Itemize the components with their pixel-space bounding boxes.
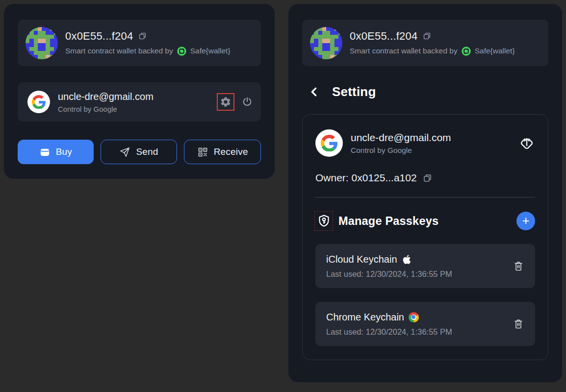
settings-card: uncle-dre@gmail.com Control by Google Ow… xyxy=(302,114,548,360)
passkey-item: Chrome KeychainLast used: 12/30/2024, 1:… xyxy=(315,302,535,346)
owner-address: Owner: 0x0125...a102 xyxy=(315,172,417,184)
trash-icon xyxy=(513,318,524,330)
wallet-app: 0x0E55...f204 Smart contract wallet back… xyxy=(0,0,566,392)
trash-icon xyxy=(513,260,524,272)
chevron-left-icon xyxy=(308,86,320,98)
receive-button[interactable]: Receive xyxy=(184,140,261,164)
buy-button[interactable]: Buy xyxy=(18,140,94,164)
wallet-info: 0x0E55...f204 Smart contract wallet back… xyxy=(65,30,231,56)
copy-icon xyxy=(138,31,147,41)
qr-code-icon xyxy=(197,147,208,158)
settings-button[interactable] xyxy=(220,96,232,108)
account-card: uncle-dre@gmail.com Control by Google xyxy=(18,82,261,122)
account-email: uncle-dre@gmail.com xyxy=(58,91,154,102)
safe-wallet-icon xyxy=(461,46,471,56)
passkey-name: iCloud Keychain xyxy=(326,254,452,265)
export-button[interactable] xyxy=(518,135,535,151)
power-icon xyxy=(241,96,253,108)
wallet-icon xyxy=(39,147,51,158)
passkey-info: iCloud KeychainLast used: 12/30/2024, 1:… xyxy=(326,254,452,279)
page-title: Setting xyxy=(332,84,376,99)
wallet-subtitle: Smart contract wallet backed by xyxy=(350,47,458,55)
google-icon xyxy=(27,91,50,113)
wallet-address-card: 0x0E55...f204 Smart contract wallet back… xyxy=(18,20,261,66)
wallet-subtitle: Smart contract wallet backed by xyxy=(65,47,173,55)
copy-address-button[interactable] xyxy=(138,31,147,41)
wallet-avatar xyxy=(26,27,58,59)
copy-address-button[interactable] xyxy=(422,31,432,41)
copy-owner-button[interactable] xyxy=(422,173,433,183)
wallet-actions: Buy Send Receiv xyxy=(18,140,261,164)
wallet-info: 0x0E55...f204 Smart contract wallet back… xyxy=(350,30,515,56)
account-provider: Control by Google xyxy=(58,105,154,113)
account-row: uncle-dre@gmail.com Control by Google xyxy=(315,129,535,157)
export-icon xyxy=(518,135,535,151)
account-email: uncle-dre@gmail.com xyxy=(351,132,451,144)
safe-wallet-icon xyxy=(177,46,187,56)
delete-passkey-button[interactable] xyxy=(513,318,524,330)
account-info: uncle-dre@gmail.com Control by Google xyxy=(58,91,154,113)
passkey-last-used: Last used: 12/30/2024, 1:36:55 PM xyxy=(326,327,452,337)
chrome-icon xyxy=(409,312,419,322)
passkey-info: Chrome KeychainLast used: 12/30/2024, 1:… xyxy=(326,312,452,337)
settings-panel: 0x0E55...f204 Smart contract wallet back… xyxy=(288,4,562,382)
passkey-item: iCloud KeychainLast used: 12/30/2024, 1:… xyxy=(315,244,535,288)
passkeys-header: Manage Passkeys + xyxy=(315,212,535,230)
wallet-backed-by-brand: Safe{wallet} xyxy=(475,47,515,55)
wallet-home-panel: 0x0E55...f204 Smart contract wallet back… xyxy=(4,4,275,179)
owner-row: Owner: 0x0125...a102 xyxy=(315,172,535,184)
send-button[interactable]: Send xyxy=(101,140,178,164)
passkeys-title: Manage Passkeys xyxy=(338,215,438,228)
gear-icon xyxy=(220,96,232,108)
settings-header: Setting xyxy=(308,84,548,99)
wallet-address: 0x0E55...f204 xyxy=(65,30,133,43)
passkey-shield-icon xyxy=(315,212,332,230)
delete-passkey-button[interactable] xyxy=(513,260,524,272)
apple-icon xyxy=(402,254,412,265)
passkey-last-used: Last used: 12/30/2024, 1:36:55 PM xyxy=(326,270,452,279)
plus-icon: + xyxy=(522,215,530,227)
back-button[interactable] xyxy=(308,86,320,98)
divider xyxy=(315,197,535,197)
account-provider: Control by Google xyxy=(351,146,451,155)
wallet-address-card: 0x0E55...f204 Smart contract wallet back… xyxy=(302,20,548,66)
passkey-name: Chrome Keychain xyxy=(326,312,452,323)
wallet-avatar xyxy=(310,27,342,59)
wallet-backed-by-brand: Safe{wallet} xyxy=(190,47,231,55)
logout-button[interactable] xyxy=(241,96,253,108)
copy-icon xyxy=(422,173,433,183)
annotation-highlight xyxy=(217,93,234,111)
add-passkey-button[interactable]: + xyxy=(516,212,535,230)
passkey-list: iCloud KeychainLast used: 12/30/2024, 1:… xyxy=(315,244,535,346)
google-icon xyxy=(315,129,343,157)
wallet-address: 0x0E55...f204 xyxy=(350,30,417,43)
send-icon xyxy=(119,147,130,158)
account-info: uncle-dre@gmail.com Control by Google xyxy=(351,132,451,155)
copy-icon xyxy=(422,31,432,41)
